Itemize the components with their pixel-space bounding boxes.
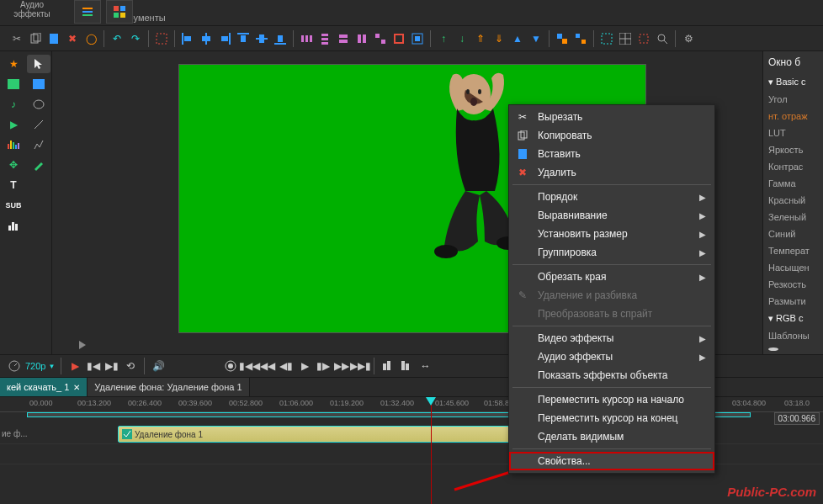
tool-rect[interactable] — [27, 75, 50, 93]
align-vcenter-button[interactable] — [253, 30, 270, 47]
disable-button[interactable]: ◯ — [82, 30, 99, 47]
prop-red[interactable]: Красный — [768, 195, 818, 205]
send-back-button[interactable]: ⇓ — [491, 30, 507, 47]
prop-saturation[interactable]: Насыщен — [768, 263, 818, 273]
tool-audio[interactable]: ♪ — [2, 95, 25, 114]
ctx-group[interactable]: Группировка ▶ — [509, 243, 714, 262]
prop-temperature[interactable]: Температ — [768, 246, 818, 256]
go-end-button[interactable]: ▶▶▮ — [353, 358, 368, 374]
prop-angle[interactable]: Угол — [768, 94, 818, 104]
tool-pointer[interactable] — [27, 55, 50, 73]
prop-blue[interactable]: Синий — [768, 229, 818, 239]
undo-button[interactable]: ↶ — [109, 30, 125, 47]
prop-contrast[interactable]: Контрас — [768, 162, 818, 172]
play2-button[interactable]: ▶ — [297, 358, 312, 374]
fit-button[interactable] — [409, 30, 426, 47]
ctx-audio-effects[interactable]: Аудио эффекты ▶ — [509, 347, 714, 366]
step-back-button[interactable]: ◀▮ — [279, 358, 294, 374]
align-left-button[interactable] — [179, 30, 196, 47]
quality-selector[interactable]: 720p ▼ — [25, 361, 55, 371]
tool-settings-button[interactable] — [74, 0, 101, 24]
prop-sharpness[interactable]: Резкость — [768, 279, 818, 289]
tool-text[interactable]: T — [2, 176, 25, 194]
move-up-button[interactable]: ↑ — [435, 30, 452, 47]
next-frame-button[interactable]: ▶▮ — [104, 358, 119, 374]
same-height-button[interactable] — [353, 30, 370, 47]
ctx-paste[interactable]: Вставить — [509, 145, 714, 163]
dist-v-button[interactable] — [316, 30, 333, 47]
zoom-dropdown[interactable] — [654, 30, 671, 47]
safe-zone-button[interactable] — [635, 30, 652, 47]
tab-2[interactable]: Удаление фона: Удаление фона 1 — [88, 378, 249, 396]
prev-frame-button[interactable]: ▮◀ — [86, 358, 101, 374]
same-size-button[interactable] — [372, 30, 389, 47]
tab-1[interactable]: кей скачать_ 1 ✕ — [0, 378, 88, 396]
prop-reflection[interactable]: нт. отраж — [768, 111, 818, 121]
tool-ellipse[interactable] — [27, 95, 50, 114]
tool-chart[interactable] — [2, 216, 25, 235]
ctx-delete[interactable]: ✖ Удалить — [509, 163, 714, 182]
tool-pen[interactable] — [27, 156, 50, 174]
playhead[interactable] — [431, 397, 432, 504]
play-button[interactable]: ▶ — [67, 358, 82, 374]
tool-polyline[interactable] — [27, 135, 50, 154]
close-icon[interactable]: ✕ — [73, 383, 80, 392]
settings-button[interactable]: ⚙ — [680, 30, 697, 47]
tool-line[interactable] — [27, 115, 50, 134]
section-basic[interactable]: ▾ Basic с — [768, 77, 818, 88]
redo-button[interactable]: ↷ — [127, 30, 144, 47]
tool-arrow-move[interactable]: ✥ — [2, 156, 25, 174]
group-button[interactable] — [554, 30, 571, 47]
record-button[interactable] — [223, 358, 238, 374]
loop-button[interactable]: ⟲ — [123, 358, 138, 374]
select-button[interactable] — [153, 30, 170, 47]
ctx-copy[interactable]: Копировать — [509, 126, 714, 145]
same-width-button[interactable] — [335, 30, 352, 47]
expand-preview-button[interactable] — [79, 341, 86, 349]
ctx-crop[interactable]: Обрезать края ▶ — [509, 268, 714, 286]
bring-top-button[interactable]: ▲ — [509, 30, 526, 47]
delete-button[interactable]: ✖ — [64, 30, 81, 47]
step-fwd-button[interactable]: ▮▶ — [316, 358, 331, 374]
speed-button[interactable] — [7, 358, 22, 374]
ctx-move-cursor-end[interactable]: Переместить курсор на конец — [509, 409, 714, 427]
move-down-button[interactable]: ↓ — [454, 30, 470, 47]
section-rgb[interactable]: ▾ RGB с — [768, 313, 818, 324]
ctx-align[interactable]: Выравнивание ▶ — [509, 206, 714, 225]
prop-blur[interactable]: Размыти — [768, 296, 818, 306]
prop-green[interactable]: Зеленый — [768, 212, 818, 222]
align-bottom-button[interactable] — [272, 30, 289, 47]
paste-button[interactable] — [45, 30, 62, 47]
prop-brightness[interactable]: Яркость — [768, 145, 818, 155]
ctx-setsize[interactable]: Установить размер ▶ — [509, 225, 714, 243]
zoom-out-button[interactable] — [399, 358, 414, 374]
align-top-button[interactable] — [235, 30, 252, 47]
tool-subtitle[interactable]: SUB — [2, 196, 25, 215]
dist-h-button[interactable] — [298, 30, 315, 47]
prop-gamma[interactable]: Гамма — [768, 178, 818, 188]
prop-templates[interactable]: Шаблоны — [768, 331, 818, 341]
volume-button[interactable]: 🔊 — [151, 358, 166, 374]
align-right-button[interactable] — [216, 30, 233, 47]
ctx-properties[interactable]: Свойства... — [509, 452, 714, 470]
ungroup-button[interactable] — [572, 30, 589, 47]
snap-button[interactable] — [598, 30, 615, 47]
align-hcenter-button[interactable] — [198, 30, 215, 47]
zoom-in-button[interactable] — [380, 358, 396, 374]
send-bottom-button[interactable]: ▼ — [528, 30, 544, 47]
tool-color-button[interactable] — [106, 0, 133, 24]
ctx-order[interactable]: Порядок ▶ — [509, 188, 714, 206]
cut-button[interactable]: ✂ — [8, 30, 25, 47]
fit-timeline-button[interactable]: ↔ — [417, 358, 433, 374]
tool-picture[interactable] — [2, 75, 25, 93]
ctx-make-visible[interactable]: Сделать видимым — [509, 427, 714, 446]
bring-front-button[interactable]: ⇑ — [472, 30, 489, 47]
ctx-cut[interactable]: ✂ Вырезать — [509, 108, 714, 126]
template-radio[interactable] — [768, 347, 778, 351]
go-start-button[interactable]: ▮◀◀ — [242, 358, 257, 374]
tool-run[interactable]: ★ — [2, 55, 25, 73]
ffwd-button[interactable]: ▶▶ — [334, 358, 349, 374]
tool-spectrum[interactable] — [2, 135, 25, 154]
copy-button[interactable] — [27, 30, 44, 47]
tool-video[interactable]: ▶ — [2, 115, 25, 134]
